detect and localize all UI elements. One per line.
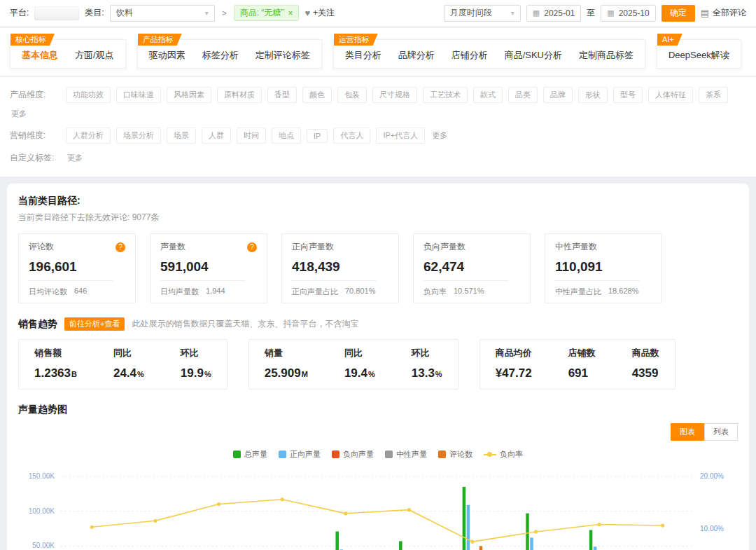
filter-chip[interactable]: 品类 xyxy=(508,87,538,103)
nav-tab[interactable]: 标签分析 xyxy=(202,49,239,62)
nav-tab[interactable]: 店铺分析 xyxy=(451,49,488,62)
close-icon[interactable]: × xyxy=(288,8,293,18)
metric-title: 中性声量数 xyxy=(555,241,597,253)
chart-view-button[interactable]: 图表 xyxy=(671,423,704,441)
legend-item[interactable]: 中性声量 xyxy=(385,449,427,460)
divider xyxy=(292,280,377,281)
filter-chip[interactable]: IP xyxy=(307,129,328,143)
legend-label: 正向声量 xyxy=(290,449,321,460)
metric-title: 负向声量数 xyxy=(424,241,465,253)
filter-chip[interactable]: 品牌 xyxy=(543,87,573,103)
metrics-row: 评论数?196,601日均评论数646声量数?591,004日均声量数1,944… xyxy=(18,233,738,303)
sales-metric-value: 4359 xyxy=(632,366,659,380)
period-type-select[interactable]: 月度时间段 ▾ xyxy=(444,5,521,22)
filter-chip[interactable]: 场景分析 xyxy=(116,128,161,144)
chart-canvas[interactable]: 150.00K100.00K50.00K020.00%10.00%02025-0… xyxy=(18,469,738,550)
filter-chip[interactable]: 人体特征 xyxy=(648,87,693,103)
filter-chip[interactable]: 香型 xyxy=(267,87,297,103)
nav-group-badge: 产品指标 xyxy=(138,34,182,46)
legend-item[interactable]: 正向声量 xyxy=(279,449,321,460)
help-icon[interactable]: ? xyxy=(115,242,125,252)
right-axis-tick: 10.00% xyxy=(700,525,724,532)
sales-metric: 商品均价¥47.72 xyxy=(496,347,532,380)
filter-chip[interactable]: 人群 xyxy=(202,128,231,144)
metric-sub-value: 10.571% xyxy=(454,287,484,297)
nav-tab[interactable]: 定制商品标签 xyxy=(579,49,634,62)
legend-swatch xyxy=(279,451,286,458)
help-icon[interactable]: ? xyxy=(247,242,257,252)
filter-chip[interactable]: IP+代言人 xyxy=(376,128,425,144)
filter-chip[interactable]: 地点 xyxy=(272,128,301,144)
line-point xyxy=(281,497,284,501)
product-filter-tag[interactable]: 商品: “无糖” × xyxy=(234,5,300,21)
follow-button[interactable]: ♥ +关注 xyxy=(304,7,335,19)
filter-chip[interactable]: 颜色 xyxy=(302,87,332,103)
line-point xyxy=(217,502,220,506)
filter-chip[interactable]: 工艺技术 xyxy=(423,87,468,103)
sales-metric-unit: % xyxy=(204,370,211,378)
go-analyze-button[interactable]: 前往分析+查看 xyxy=(64,317,125,331)
legend-item[interactable]: 负向率 xyxy=(484,449,523,460)
filter-chip[interactable]: 风格因素 xyxy=(167,87,211,103)
sales-metric-label: 环比 xyxy=(412,347,442,359)
filter-chip[interactable]: 场景 xyxy=(167,128,196,144)
legend-item[interactable]: 评论数 xyxy=(438,449,472,460)
more-link[interactable]: 更多 xyxy=(67,153,83,163)
follow-label: +关注 xyxy=(313,7,335,19)
filter-chip[interactable]: 尺寸规格 xyxy=(372,87,417,103)
more-link[interactable]: 更多 xyxy=(11,109,27,119)
bar xyxy=(467,505,470,550)
sales-trend-title: 销售趋势 xyxy=(18,318,57,331)
bar xyxy=(594,546,597,550)
filter-chip[interactable]: 款式 xyxy=(473,87,503,103)
filter-chip[interactable]: 人群分析 xyxy=(66,128,111,144)
metric-value: 591,004 xyxy=(160,259,257,275)
metric-sub-value: 646 xyxy=(74,287,87,297)
metric-title: 正向声量数 xyxy=(292,241,334,253)
nav-group-badge: AI+ xyxy=(657,34,682,46)
more-link[interactable]: 更多 xyxy=(432,130,447,141)
platform-value[interactable] xyxy=(34,6,79,20)
nav-tab[interactable]: 商品/SKU分析 xyxy=(505,49,562,62)
legend-line-swatch xyxy=(484,454,496,455)
nav-tab[interactable]: 类目分析 xyxy=(345,49,382,62)
sales-metric-unit: B xyxy=(71,370,77,378)
nav-tab[interactable]: 驱动因素 xyxy=(149,49,186,62)
sales-card: 商品均价¥47.72店铺数691商品数4359 xyxy=(479,339,676,390)
legend-line-dot-icon xyxy=(487,452,492,457)
nav-tab[interactable]: 品牌分析 xyxy=(398,49,435,62)
sales-metric-value: 691 xyxy=(568,366,596,380)
nav-tab-group: 运营指标类目分析品牌分析店铺分析商品/SKU分析定制商品标签 xyxy=(333,39,645,69)
list-view-button[interactable]: 列表 xyxy=(704,423,738,441)
metric-card: 负向声量数62,474负向率10.571% xyxy=(413,233,531,303)
legend-item[interactable]: 总声量 xyxy=(233,449,267,460)
sales-coverage-note: 此处展示的销售数据只覆盖天猫、京东、抖音平台，不含淘宝 xyxy=(132,318,358,330)
nav-tab-group: 产品指标驱动因素标签分析定制评论标签 xyxy=(137,39,322,69)
nav-tab[interactable]: 方面/观点 xyxy=(75,49,114,62)
filter-chip[interactable]: 代言人 xyxy=(333,128,370,144)
filter-chip[interactable]: 形状 xyxy=(578,87,608,103)
filter-chip[interactable]: 口味味道 xyxy=(116,87,161,103)
filter-chip[interactable]: 型号 xyxy=(613,87,643,103)
filter-chip[interactable]: 功能功效 xyxy=(66,87,111,103)
filter-chip[interactable]: 茶系 xyxy=(699,87,728,103)
confirm-button[interactable]: 确定 xyxy=(662,5,695,22)
nav-tab[interactable]: 定制评论标签 xyxy=(255,49,310,62)
sales-metric-label: 同比 xyxy=(344,347,375,359)
metric-title: 声量数 xyxy=(160,241,186,253)
nav-tab[interactable]: DeepSeek解读 xyxy=(668,49,729,62)
nav-tab[interactable]: 基本信息 xyxy=(22,49,58,62)
category-select[interactable]: 饮料 ▾ xyxy=(110,5,215,22)
sales-metric-unit: % xyxy=(137,370,144,378)
date-start-input[interactable]: ▦ 2025-01 xyxy=(526,5,581,22)
legend-item[interactable]: 负向声量 xyxy=(332,449,374,460)
date-end-input[interactable]: ▦ 2025-10 xyxy=(601,5,655,22)
filter-chip[interactable]: 时间 xyxy=(237,128,266,144)
filter-chip[interactable]: 包装 xyxy=(337,87,367,103)
sales-metric-unit: M xyxy=(302,370,308,378)
filter-chip[interactable]: 原料材质 xyxy=(217,87,262,103)
sales-metric-unit: % xyxy=(435,370,442,378)
all-comments-button[interactable]: ▤ 全部评论 xyxy=(701,7,746,19)
sales-metric-value: 1.2363B xyxy=(34,366,77,380)
metric-sub-label: 正向声量占比 xyxy=(292,287,338,297)
